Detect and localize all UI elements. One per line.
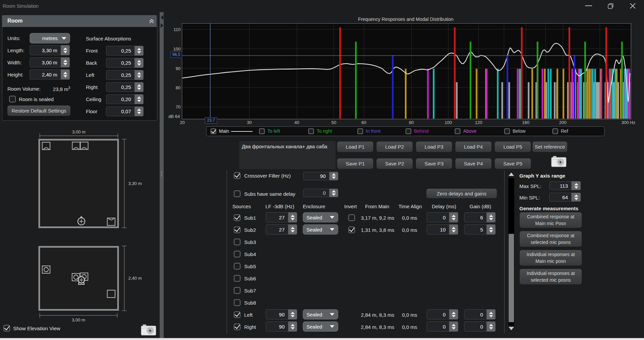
svg-text:3,00 m: 3,00 m	[72, 317, 85, 322]
svg-text:3,30 m: 3,30 m	[128, 181, 142, 186]
svg-text:3,00 m: 3,00 m	[72, 129, 86, 134]
svg-text:2,40 m: 2,40 m	[128, 276, 142, 281]
